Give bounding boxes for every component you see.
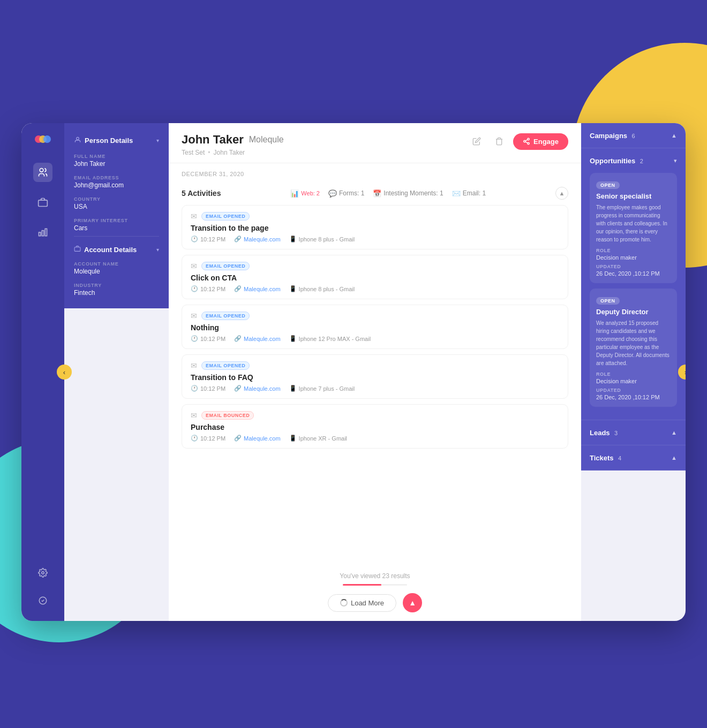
person-icon bbox=[74, 136, 81, 145]
updated-label: UPDATED bbox=[596, 388, 671, 393]
meta-device: 📱 Iphone 7 plus - Gmail bbox=[289, 385, 355, 392]
website-link[interactable]: Malequle.com bbox=[244, 435, 280, 442]
nav-arrow-left-button[interactable]: ‹ bbox=[57, 365, 72, 380]
activity-title: Nothing bbox=[191, 323, 559, 332]
clock-icon: 🕐 bbox=[191, 435, 198, 442]
tickets-header[interactable]: Tickets 4 ▲ bbox=[581, 445, 686, 470]
primary-interest-value: Cars bbox=[74, 224, 159, 232]
timeline-date: DECEMBER 31, 2020 bbox=[182, 163, 568, 181]
website-link[interactable]: Malequle.com bbox=[244, 286, 280, 292]
opportunities-title: Opportunities bbox=[590, 157, 635, 165]
rail-chart-icon[interactable] bbox=[33, 223, 52, 242]
activities-header: 5 Activities 📊 Web: 2 💬 Forms: 1 📅 Intes… bbox=[182, 181, 568, 205]
campaigns-chevron-icon: ▲ bbox=[671, 132, 677, 139]
opportunity-status: OPEN bbox=[596, 297, 620, 305]
progress-bar bbox=[343, 584, 407, 586]
leads-title: Leads bbox=[590, 429, 610, 437]
contact-name: John Taker bbox=[182, 133, 244, 147]
engage-button[interactable]: Engage bbox=[513, 133, 568, 150]
activity-title: Purchase bbox=[191, 423, 559, 431]
leads-chevron-icon: ▲ bbox=[671, 429, 677, 436]
role-value: Decision maker bbox=[596, 378, 671, 384]
scroll-to-top-button[interactable]: ▲ bbox=[403, 593, 422, 612]
full-name-section: FULL NAME John Taker bbox=[64, 150, 169, 168]
svg-point-12 bbox=[528, 138, 530, 140]
opportunities-count: 2 bbox=[640, 158, 643, 164]
tickets-title: Tickets bbox=[590, 454, 614, 462]
campaigns-section: Campaigns 6 ▲ bbox=[581, 123, 686, 148]
rail-settings-icon[interactable] bbox=[33, 563, 52, 582]
activity-top: ✉ EMAIL OPENED bbox=[191, 361, 559, 370]
email-value: John@gmail.com bbox=[74, 181, 159, 189]
campaigns-title: Campaigns bbox=[590, 132, 627, 140]
leads-header[interactable]: Leads 3 ▲ bbox=[581, 420, 686, 445]
opportunities-header[interactable]: Opportunities 2 ▾ bbox=[581, 148, 686, 173]
meta-website: 🔗 Malequle.com bbox=[234, 435, 280, 442]
account-name-section: ACCOUNT NAME Molequle bbox=[64, 258, 169, 275]
meta-website: 🔗 Malequle.com bbox=[234, 285, 280, 292]
email-stat-icon: ✉️ bbox=[452, 189, 461, 198]
activity-top: ✉ EMAIL OPENED bbox=[191, 212, 559, 221]
rail-back-icon[interactable] bbox=[33, 591, 52, 610]
contact-name-row: John Taker Molequle bbox=[182, 133, 284, 147]
activity-title: Transition to FAQ bbox=[191, 373, 559, 382]
website-link[interactable]: Malequle.com bbox=[244, 236, 280, 242]
campaigns-header[interactable]: Campaigns 6 ▲ bbox=[581, 123, 686, 148]
activity-meta: 🕐 10:12 PM 🔗 Malequle.com 📱 Iphone 8 plu… bbox=[191, 236, 559, 242]
activity-badge: EMAIL OPENED bbox=[201, 212, 250, 221]
activity-title: Transition to the page bbox=[191, 224, 559, 232]
email-section: EMAIL ADDRESS John@gmail.com bbox=[64, 172, 169, 189]
svg-rect-4 bbox=[39, 200, 48, 207]
leads-section: Leads 3 ▲ bbox=[581, 420, 686, 445]
account-icon bbox=[74, 245, 81, 254]
account-details-toggle[interactable]: Account Details ▾ bbox=[64, 241, 169, 258]
clock-icon: 🕐 bbox=[191, 335, 198, 342]
account-name-value: Molequle bbox=[74, 268, 159, 275]
edit-button[interactable] bbox=[468, 133, 485, 150]
tickets-section: Tickets 4 ▲ bbox=[581, 445, 686, 471]
person-details-label: Person Details bbox=[85, 136, 153, 145]
full-name-label: FULL NAME bbox=[74, 154, 159, 159]
contact-company: Molequle bbox=[249, 135, 284, 145]
primary-interest-label: PRIMARY INTEREST bbox=[74, 218, 159, 223]
primary-interest-section: PRIMARY INTEREST Cars bbox=[64, 215, 169, 232]
rail-briefcase-icon[interactable] bbox=[33, 193, 52, 212]
load-more-section: You've viewed 23 results Load More ▲ bbox=[169, 564, 581, 621]
link-icon: 🔗 bbox=[234, 285, 242, 292]
activity-meta: 🕐 10:12 PM 🔗 Malequle.com 📱 Iphone XR - … bbox=[191, 435, 559, 442]
email-label: EMAIL ADDRESS bbox=[74, 175, 159, 180]
opportunity-title: Senior specialist bbox=[596, 192, 671, 200]
svg-rect-5 bbox=[39, 232, 41, 236]
updated-value: 26 Dec, 2020 ,10:12 PM bbox=[596, 270, 671, 277]
svg-point-13 bbox=[524, 140, 526, 142]
activity-top: ✉ EMAIL OPENED bbox=[191, 312, 559, 320]
meta-time: 🕐 10:12 PM bbox=[191, 285, 225, 292]
svg-point-3 bbox=[40, 169, 43, 172]
person-details-toggle[interactable]: Person Details ▾ bbox=[64, 131, 169, 150]
collapse-activities-button[interactable]: ▲ bbox=[555, 187, 568, 200]
opportunities-content: OPEN Senior specialist The employee make… bbox=[581, 173, 686, 420]
load-more-button[interactable]: Load More bbox=[328, 594, 396, 612]
meta-time: 🕐 10:12 PM bbox=[191, 335, 225, 342]
moments-icon: 📅 bbox=[373, 189, 381, 198]
activity-card: ✉ EMAIL OPENED Click on CTA 🕐 10:12 PM 🔗… bbox=[182, 255, 568, 299]
updated-label: UPDATED bbox=[596, 264, 671, 269]
app-window: Person Details ▾ FULL NAME John Taker EM… bbox=[21, 123, 686, 621]
svg-point-14 bbox=[528, 142, 530, 145]
website-link[interactable]: Malequle.com bbox=[244, 336, 280, 342]
web-stat: 📊 Web: 2 bbox=[290, 189, 320, 198]
svg-line-16 bbox=[525, 140, 528, 141]
meta-device: 📱 Iphone 8 plus - Gmail bbox=[289, 236, 355, 242]
full-name-value: John Taker bbox=[74, 160, 159, 168]
rail-people-icon[interactable] bbox=[33, 163, 52, 182]
website-link[interactable]: Malequle.com bbox=[244, 385, 280, 392]
meta-website: 🔗 Malequle.com bbox=[234, 335, 280, 342]
forms-stat: 💬 Forms: 1 bbox=[328, 189, 364, 198]
device-icon: 📱 bbox=[289, 236, 297, 242]
delete-button[interactable] bbox=[491, 133, 508, 150]
sidebar-divider bbox=[74, 236, 159, 237]
activity-badge: EMAIL OPENED bbox=[201, 312, 250, 320]
link-icon: 🔗 bbox=[234, 335, 242, 342]
activity-meta: 🕐 10:12 PM 🔗 Malequle.com 📱 Iphone 12 Pr… bbox=[191, 335, 559, 342]
industry-section: INDUSTRY Fintech bbox=[64, 279, 169, 297]
